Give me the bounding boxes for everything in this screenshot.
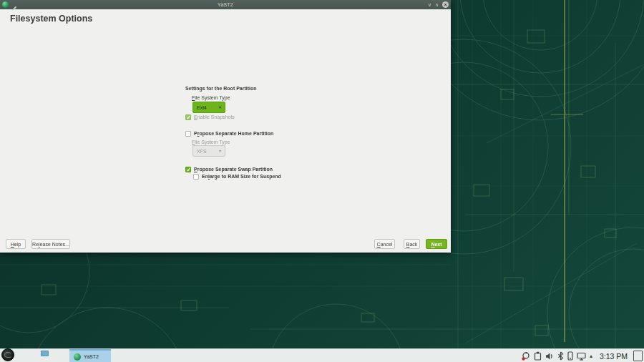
close-icon[interactable]: × [442,1,449,8]
fs-type-label: File System Type [192,95,230,100]
enlarge-swap-checkbox[interactable] [193,174,199,180]
help-button[interactable]: Help [6,239,26,249]
swap-partition-label: Propose Separate Swap Partition [194,167,273,172]
fs-type-value: Ext4 [197,105,207,110]
release-notes-button[interactable]: Release Notes... [31,239,70,249]
device-icon[interactable] [567,351,573,361]
show-desktop-button[interactable] [633,351,643,361]
system-tray: ▴ 3:13 PM [522,349,643,362]
volume-icon[interactable] [545,352,554,361]
page-title: Filesystem Options [10,14,92,24]
application-launcher-button[interactable] [1,348,14,361]
back-button[interactable]: Back [404,239,420,249]
desktop: YaST2 ∨ ∧ × Filesystem Options Settings … [0,0,644,362]
home-partition-checkbox[interactable] [185,131,191,137]
clipboard-icon[interactable] [534,351,542,361]
home-fs-type-label: File System Type [192,140,230,145]
virtual-desktop-pager[interactable] [41,351,49,356]
home-fs-type-value: XFS [197,149,207,154]
swap-partition-checkbox[interactable] [185,167,191,172]
window-title: YaST2 [0,2,451,7]
enable-snapshots-checkbox [185,114,191,120]
next-button[interactable]: Next [426,239,447,249]
task-label: YaST2 [84,354,99,359]
display-icon[interactable] [577,352,586,361]
fs-type-select[interactable]: Ext4 ▾ [192,102,225,113]
clock[interactable]: 3:13 PM [600,352,628,361]
chevron-down-icon: ▾ [219,105,221,109]
home-fs-type-select: XFS ▾ [192,145,225,157]
taskbar-task-yast2[interactable]: YaST2 [69,349,111,362]
home-partition-label: Propose Separate Home Partition [194,131,273,136]
software-update-icon[interactable] [522,351,530,361]
minimize-icon[interactable]: ∨ [428,0,431,9]
maximize-icon[interactable]: ∧ [435,0,439,9]
bluetooth-icon[interactable] [557,351,564,361]
root-section-label: Settings for the Root Partition [185,86,257,91]
titlebar[interactable]: YaST2 ∨ ∧ × [0,0,451,9]
taskbar: YaST2 [0,348,644,362]
cancel-button[interactable]: Cancel [374,239,395,249]
enable-snapshots-label: Enable Snapshots [194,114,235,119]
yast-app-icon [74,353,81,361]
expand-tray-icon[interactable]: ▴ [590,353,592,360]
chevron-down-icon: ▾ [219,149,221,153]
enlarge-swap-label: Enlarge to RAM Size for Suspend [202,174,281,179]
yast2-window: YaST2 ∨ ∧ × Filesystem Options Settings … [0,0,451,253]
